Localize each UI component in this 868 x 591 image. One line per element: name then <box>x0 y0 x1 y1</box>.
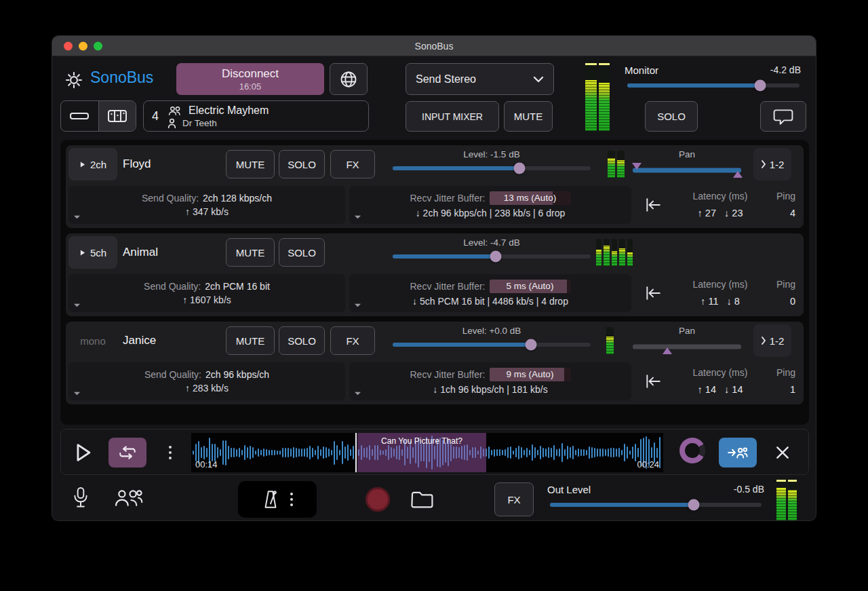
minimal-view-button[interactable] <box>61 101 98 131</box>
send-playback-to-group-button[interactable] <box>719 438 757 468</box>
expand-down-icon[interactable] <box>354 214 361 220</box>
meter-bar <box>617 151 625 178</box>
group-info[interactable]: 4 Electric Mayhem Dr Teeth <box>143 100 369 132</box>
file-player-bar: Can You Picture That? 00:14 00:24 <box>60 429 809 475</box>
level-slider[interactable] <box>393 162 591 174</box>
pan-slider[interactable] <box>633 341 741 353</box>
pan-marker[interactable] <box>663 347 672 354</box>
send-quality-box[interactable]: Send Quality: 2ch 128 kbps/ch ↑ 347 kb/s <box>68 186 345 224</box>
output-fx-button[interactable]: FX <box>494 482 534 516</box>
level-label: Level: -4.7 dB <box>393 237 591 248</box>
members-button[interactable] <box>108 484 147 512</box>
play-button[interactable] <box>68 438 98 468</box>
disconnect-button[interactable]: Disconnect 16:05 <box>176 63 324 95</box>
peer-fx-button[interactable]: FX <box>330 150 375 178</box>
user-name-row: Dr Teeth <box>167 118 269 128</box>
player-menu-button[interactable] <box>161 438 179 468</box>
pan-marker-right[interactable] <box>733 171 743 178</box>
waveform-bar <box>350 449 351 457</box>
waveform-bar <box>239 448 240 457</box>
recv-jitter-box[interactable]: Recv Jitter Buffer: 5 ms (Auto) ↓ 5ch PC… <box>349 274 631 312</box>
slider-fill <box>393 343 531 347</box>
waveform-bar <box>328 449 330 457</box>
slider-thumb[interactable] <box>526 339 537 351</box>
network-button[interactable] <box>330 63 368 95</box>
peer-solo-button[interactable]: SOLO <box>279 238 325 267</box>
person-icon <box>167 118 176 128</box>
monitor-slider[interactable] <box>627 79 800 92</box>
peer-mute-button[interactable]: MUTE <box>226 326 275 355</box>
main-mute-button[interactable]: MUTE <box>504 101 553 132</box>
peer-fx-button[interactable]: FX <box>330 326 375 355</box>
recv-jitter-box[interactable]: Recv Jitter Buffer: 13 ms (Auto) ↓ 2ch 9… <box>349 186 631 224</box>
peer-solo-button[interactable]: SOLO <box>279 326 325 355</box>
slider-thumb[interactable] <box>513 163 525 174</box>
pan-marker-left[interactable] <box>632 163 642 170</box>
recv-jitter-box[interactable]: Recv Jitter Buffer: 9 ms (Auto) ↓ 1ch 96… <box>349 362 631 400</box>
peer-row-floyd: 2ch Floyd MUTE SOLO FX Level: -1.5 dB Pa… <box>66 145 804 228</box>
strip-view-button[interactable] <box>98 101 136 131</box>
send-mode-select[interactable]: Send Stereo <box>406 63 554 95</box>
slider-thumb[interactable] <box>688 499 700 511</box>
output-route-button[interactable]: 1-2 <box>753 148 791 180</box>
peer-mute-button[interactable]: MUTE <box>226 238 275 267</box>
out-level-slider[interactable] <box>550 499 762 511</box>
output-route-button[interactable]: 1-2 <box>753 324 791 357</box>
loop-button[interactable] <box>108 438 146 468</box>
waveform-bar <box>635 444 636 461</box>
waveform-bar <box>301 449 302 457</box>
group-rows: Electric Mayhem Dr Teeth <box>167 104 269 128</box>
expand-down-icon[interactable] <box>73 214 81 220</box>
expand-down-icon[interactable] <box>354 303 361 308</box>
level-slider[interactable] <box>393 250 591 263</box>
send-quality-box[interactable]: Send Quality: 2ch 96 kbps/ch ↑ 283 kb/s <box>68 362 345 400</box>
close-window-button[interactable] <box>64 41 73 50</box>
send-rate: ↑ 283 kb/s <box>185 383 229 394</box>
settings-button[interactable] <box>63 70 85 90</box>
playback-gain-knob[interactable] <box>679 438 705 463</box>
peer-mute-button[interactable]: MUTE <box>226 150 275 178</box>
metronome-icon[interactable] <box>262 489 279 510</box>
record-button[interactable] <box>366 487 390 512</box>
waveform-bar <box>521 447 522 458</box>
send-quality-box[interactable]: Send Quality: 2ch PCM 16 bit ↑ 1607 kb/s <box>68 274 345 312</box>
slider-thumb[interactable] <box>754 80 766 92</box>
chat-button[interactable] <box>760 101 806 132</box>
waveform-bar <box>353 446 354 459</box>
main-solo-button[interactable]: SOLO <box>645 101 698 132</box>
reset-jitter-button[interactable] <box>641 193 665 217</box>
minimize-window-button[interactable] <box>79 41 87 50</box>
peer-name: Animal <box>123 236 158 269</box>
open-file-button[interactable] <box>408 486 437 513</box>
zoom-window-button[interactable] <box>94 41 102 50</box>
peer-channels-button[interactable]: 2ch <box>68 148 117 180</box>
globe-icon <box>339 70 358 89</box>
waveform-bar <box>589 446 590 459</box>
playhead[interactable] <box>355 433 357 472</box>
pan-track <box>633 168 741 173</box>
waveform[interactable]: Can You Picture That? 00:14 00:24 <box>191 433 663 472</box>
close-player-button[interactable] <box>770 440 795 465</box>
expand-down-icon[interactable] <box>354 391 361 396</box>
peer-channels-button[interactable]: 5ch <box>68 236 117 269</box>
expand-down-icon[interactable] <box>73 391 81 396</box>
peer-solo-button[interactable]: SOLO <box>279 150 325 178</box>
people-icon <box>112 488 143 508</box>
expand-down-icon[interactable] <box>73 303 81 308</box>
reset-jitter-button[interactable] <box>641 281 665 305</box>
mic-button[interactable] <box>67 481 94 514</box>
pan-slider[interactable] <box>633 164 741 176</box>
waveform-bar <box>252 447 254 458</box>
input-mixer-button[interactable]: INPUT MIXER <box>406 101 499 132</box>
titlebar[interactable]: SonoBus <box>52 36 816 56</box>
metronome-menu-button[interactable] <box>290 493 293 506</box>
meter-bar <box>608 151 615 178</box>
jitter-value: 5 ms (Auto) <box>490 280 571 293</box>
reset-jitter-button[interactable] <box>641 369 665 394</box>
waveform-bar <box>241 450 243 455</box>
loop-region[interactable]: Can You Picture That? <box>357 433 486 472</box>
level-slider[interactable] <box>393 339 591 351</box>
waveform-bar <box>632 446 633 459</box>
slider-thumb[interactable] <box>490 251 501 263</box>
send-quality-value: 2ch 96 kbps/ch <box>205 369 269 380</box>
